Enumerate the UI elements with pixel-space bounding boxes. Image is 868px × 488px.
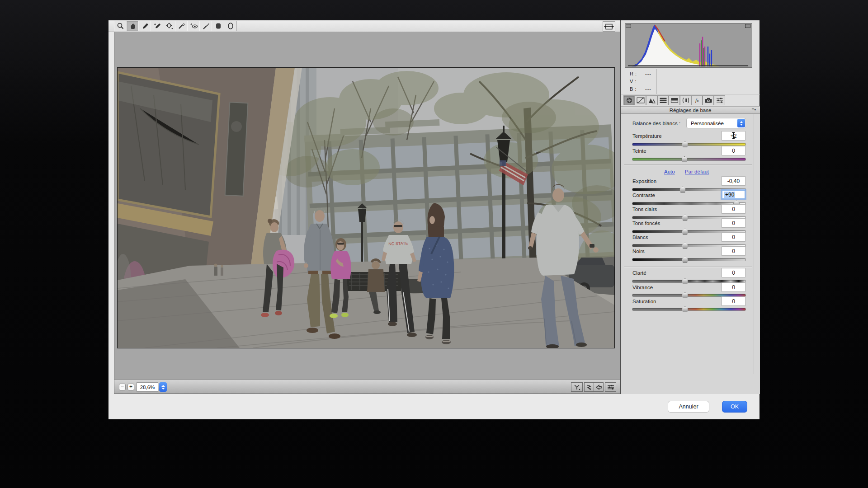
split-bars-icon — [670, 97, 679, 103]
eyedropper-plus-icon — [153, 22, 162, 30]
rgb-g-label: V : — [630, 79, 637, 84]
slider-value-clarity[interactable]: 0 — [722, 268, 745, 277]
slider-value-shadows[interactable]: 0 — [722, 218, 745, 228]
rgb-divider — [656, 69, 656, 94]
highlight-clipping-indicator[interactable] — [745, 24, 750, 28]
toggle-fullscreen-button[interactable] — [603, 21, 615, 32]
slider-label-clarity: Clarté — [632, 270, 646, 276]
slider-track-temperature[interactable] — [632, 143, 746, 146]
tab-camera-calibration[interactable] — [703, 95, 714, 105]
cancel-button[interactable]: Annuler — [668, 401, 709, 413]
tab-hsl-grayscale[interactable] — [657, 95, 669, 105]
copy-settings-button[interactable] — [594, 382, 604, 392]
zoom-level-stepper[interactable] — [159, 382, 167, 392]
slider-value-exposure[interactable]: -0,40 — [722, 176, 745, 186]
ellipse-icon — [226, 22, 235, 30]
eyedropper-icon — [141, 22, 150, 30]
rounded-square-icon — [214, 22, 223, 30]
zoom-level-field[interactable]: 28,6% — [137, 382, 158, 392]
presets-sliders-icon — [716, 97, 724, 103]
slider-label-temperature: Température — [632, 133, 662, 139]
panel-title: Réglages de base — [621, 106, 760, 114]
slider-track-tint[interactable] — [632, 158, 746, 161]
toolbar — [108, 20, 620, 32]
slider-label-saturation: Saturation — [632, 299, 656, 304]
tab-split-toning[interactable] — [669, 95, 680, 105]
white-balance-stepper-icon — [737, 119, 745, 127]
fullscreen-arrows-icon — [604, 23, 614, 30]
red-eye-tool[interactable] — [187, 21, 200, 31]
adjustments-panel: R : --- V : --- B : --- — [620, 20, 760, 394]
zoom-tool[interactable] — [114, 21, 127, 31]
zoom-out-button[interactable]: − — [119, 384, 126, 390]
targeted-adjustment-tool[interactable] — [163, 21, 176, 31]
target-circle-icon — [165, 22, 174, 30]
photo-preview[interactable]: NC STATE — [117, 67, 615, 348]
swap-zigzag-icon — [585, 384, 593, 390]
adjustment-brush-tool[interactable] — [199, 21, 212, 31]
slider-label-vibrance: Vibrance — [632, 285, 653, 290]
swap-before-after-button[interactable] — [584, 382, 594, 392]
preview-statusbar: − + 28,6% — [114, 380, 621, 394]
curve-icon — [637, 97, 645, 103]
slider-value-highlights[interactable]: 0 — [722, 204, 745, 214]
brush-icon — [202, 22, 211, 30]
hand-icon — [128, 22, 137, 30]
slider-value-saturation[interactable]: 0 — [722, 296, 745, 306]
hand-tool[interactable] — [126, 21, 139, 31]
slider-value-vibrance[interactable]: 0 — [722, 282, 745, 292]
tab-lens-corrections[interactable] — [680, 95, 691, 105]
camera-raw-dialog: NC STATE — [108, 20, 760, 419]
sliders-icon — [607, 384, 615, 390]
preview-area: NC STATE — [114, 32, 620, 394]
divider — [624, 164, 752, 165]
white-balance-select[interactable]: Personnalisée — [686, 118, 746, 128]
slider-track-saturation[interactable] — [632, 308, 746, 311]
tab-basic[interactable] — [623, 95, 635, 105]
rgb-b-label: B : — [630, 86, 637, 92]
radial-filter-tool[interactable] — [224, 21, 237, 31]
dialog-footer: Annuler OK — [108, 394, 760, 419]
graduated-filter-tool[interactable] — [212, 21, 225, 31]
rgb-r-value: --- — [645, 71, 651, 76]
histogram — [625, 23, 752, 68]
text-cursor — [731, 132, 736, 139]
photo-flat-wash — [118, 68, 614, 348]
panel-menu-icon[interactable]: ≡▾ — [752, 107, 756, 112]
before-after-y-icon — [573, 384, 581, 390]
slider-value-tint[interactable]: 0 — [722, 146, 745, 155]
default-link[interactable]: Par défaut — [685, 169, 709, 174]
white-balance-tool[interactable] — [138, 21, 151, 31]
slider-label-whites: Blancs — [632, 235, 648, 240]
slider-label-exposure: Exposition — [632, 178, 656, 184]
auto-link[interactable]: Auto — [664, 169, 675, 174]
tab-presets[interactable] — [714, 95, 725, 105]
rgb-g-value: --- — [645, 79, 651, 84]
desktop-background: NC STATE — [0, 0, 868, 488]
slider-value-whites[interactable]: 0 — [722, 232, 745, 242]
panel-tabs: fx — [621, 94, 760, 106]
tab-tone-curve[interactable] — [635, 95, 646, 105]
before-after-view-button[interactable] — [571, 382, 583, 392]
slider-label-highlights: Tons clairs — [632, 206, 657, 212]
slider-label-tint: Teinte — [632, 148, 646, 154]
tab-detail[interactable] — [646, 95, 657, 105]
rgb-b-value: --- — [645, 86, 651, 92]
ok-button[interactable]: OK — [722, 401, 747, 413]
white-balance-label: Balance des blancs : — [632, 121, 680, 126]
shadow-clipping-indicator[interactable] — [626, 24, 631, 28]
slider-value-contrast[interactable]: +90 — [722, 190, 745, 199]
slider-value-blacks[interactable]: 0 — [722, 246, 745, 256]
spot-removal-tool[interactable] — [175, 21, 188, 31]
slider-label-contrast: Contraste — [632, 192, 655, 198]
color-sampler-tool[interactable] — [151, 21, 164, 31]
svg-text:fx: fx — [695, 98, 699, 103]
zoom-in-button[interactable]: + — [127, 384, 134, 390]
slider-track-blacks[interactable] — [632, 258, 746, 261]
tab-effects[interactable]: fx — [691, 95, 703, 105]
stepper-up-icon — [161, 385, 165, 387]
toggle-settings-panel-button[interactable] — [605, 382, 616, 392]
rgb-r-label: R : — [630, 71, 637, 76]
heal-brush-icon — [177, 22, 186, 30]
histogram-plot — [625, 23, 751, 66]
